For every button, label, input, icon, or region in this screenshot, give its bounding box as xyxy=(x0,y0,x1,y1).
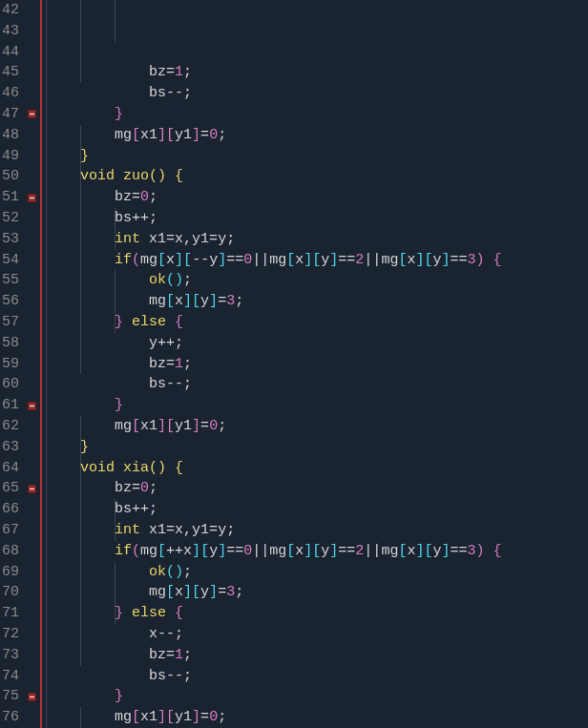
line-number: 69 xyxy=(0,562,19,583)
code-line[interactable]: bs++; xyxy=(46,208,588,229)
token-ident: bs xyxy=(46,85,166,101)
token-op: -- xyxy=(158,626,175,642)
token-ident: y xyxy=(321,252,329,268)
token-ident xyxy=(46,231,115,247)
token-num: 3 xyxy=(468,543,476,559)
code-line[interactable]: int x1=x,y1=y; xyxy=(46,520,588,541)
token-semi: ; xyxy=(183,64,192,80)
token-fn: zuo xyxy=(123,168,149,184)
code-line[interactable]: bz=1; xyxy=(46,645,588,666)
token-ident xyxy=(46,272,149,288)
token-br-cyan: [ xyxy=(312,252,321,268)
token-ident: y xyxy=(218,231,226,247)
code-line[interactable]: bs--; xyxy=(46,83,588,104)
token-num: 0 xyxy=(209,418,218,434)
token-num: 0 xyxy=(209,709,218,725)
code-line[interactable]: bz=1; xyxy=(46,354,588,375)
token-num: 0 xyxy=(243,543,252,559)
token-op: = xyxy=(209,231,218,247)
code-line[interactable]: } xyxy=(46,146,588,167)
token-br-cyan: [ xyxy=(200,543,209,559)
line-number: 47 xyxy=(0,104,19,125)
code-line[interactable]: } xyxy=(46,437,588,458)
token-ident xyxy=(166,460,175,476)
code-line[interactable]: bz=0; xyxy=(46,187,588,208)
token-ident: mg xyxy=(46,127,132,143)
token-ident: x1 xyxy=(140,522,166,538)
code-line[interactable]: ok(); xyxy=(46,562,588,583)
code-line[interactable]: void xia() { xyxy=(46,458,588,479)
fold-toggle-icon[interactable] xyxy=(28,194,36,202)
token-br-cyan: ] xyxy=(192,543,200,559)
code-line[interactable]: mg[x1][y1]=0; xyxy=(46,416,588,437)
code-line[interactable]: } else { xyxy=(46,603,588,624)
token-ident: x1 xyxy=(140,709,158,725)
token-br-pink: ] xyxy=(158,709,166,725)
token-br-pink: } xyxy=(115,397,123,413)
code-line[interactable]: int x1=x,y1=y; xyxy=(46,229,588,250)
token-ident: x xyxy=(183,543,192,559)
code-line[interactable]: } else { xyxy=(46,312,588,333)
line-number: 54 xyxy=(0,250,19,271)
bracket-guide xyxy=(40,395,42,686)
fold-toggle-icon[interactable] xyxy=(28,485,36,493)
code-line[interactable]: } xyxy=(46,104,588,125)
fold-toggle-icon[interactable] xyxy=(28,110,36,118)
token-semi: ; xyxy=(218,709,226,725)
code-line[interactable]: bz=0; xyxy=(46,478,588,499)
code-line[interactable]: } xyxy=(46,395,588,416)
code-line[interactable]: if(mg[x][--y]==0||mg[x][y]==2||mg[x][y]=… xyxy=(46,250,588,271)
token-op: == xyxy=(450,252,467,268)
token-op: = xyxy=(209,522,218,538)
code-line[interactable]: bz=1; xyxy=(46,62,588,83)
token-br-cyan: [ xyxy=(158,252,166,268)
code-line[interactable]: ok(); xyxy=(46,270,588,291)
code-line[interactable]: bs--; xyxy=(46,666,588,687)
token-ident: mg xyxy=(46,418,132,434)
token-br-pink: { xyxy=(175,605,183,621)
token-br-cyan: [ xyxy=(286,252,295,268)
token-ident: bs xyxy=(46,210,132,226)
token-ident xyxy=(166,314,175,330)
fold-toggle-icon[interactable] xyxy=(28,402,36,410)
token-type: int xyxy=(115,522,140,538)
line-number: 72 xyxy=(0,624,19,645)
code-line[interactable]: mg[x][y]=3; xyxy=(46,291,588,312)
token-op: = xyxy=(200,418,209,434)
token-ident: y xyxy=(46,335,158,351)
code-line[interactable]: bs++; xyxy=(46,499,588,520)
code-line[interactable]: mg[x1][y1]=0; xyxy=(46,707,588,728)
code-line[interactable]: } xyxy=(46,686,588,707)
token-ident: x xyxy=(175,231,183,247)
token-ident: y1 xyxy=(192,522,209,538)
line-number: 68 xyxy=(0,541,19,562)
token-ident: y xyxy=(200,293,209,309)
token-br-pink: [ xyxy=(132,127,140,143)
token-br-cyan: ] xyxy=(304,252,312,268)
code-line[interactable]: bs--; xyxy=(46,374,588,395)
token-ident: y xyxy=(218,522,226,538)
code-line[interactable]: if(mg[++x][y]==0||mg[x][y]==2||mg[x][y]=… xyxy=(46,541,588,562)
code-line[interactable]: void zuo() { xyxy=(46,166,588,187)
code-editor[interactable]: 4243444546474849505152535455565758596061… xyxy=(0,0,588,728)
token-op: = xyxy=(166,356,175,372)
code-line[interactable]: mg[x][y]=3; xyxy=(46,582,588,603)
code-line[interactable]: x--; xyxy=(46,624,588,645)
token-ident: x xyxy=(295,252,304,268)
token-num: 3 xyxy=(226,293,235,309)
line-number: 45 xyxy=(0,62,19,83)
code-line[interactable]: y++; xyxy=(46,333,588,354)
token-br-cyan: ] xyxy=(183,584,192,600)
token-op: ++ xyxy=(158,335,175,351)
token-semi: ; xyxy=(218,127,226,143)
token-br-pink: ) xyxy=(476,252,485,268)
fold-toggle-icon[interactable] xyxy=(28,693,36,701)
code-area[interactable]: bz=1; bs--; } mg[x1][y1]=0; } void zuo()… xyxy=(46,0,588,728)
token-num: 1 xyxy=(175,356,183,372)
code-line[interactable]: mg[x1][y1]=0; xyxy=(46,125,588,146)
line-number: 74 xyxy=(0,666,19,687)
token-ident: mg xyxy=(46,293,166,309)
line-number: 61 xyxy=(0,395,19,416)
line-number: 51 xyxy=(0,187,19,208)
token-br-cyan: [ xyxy=(166,293,175,309)
